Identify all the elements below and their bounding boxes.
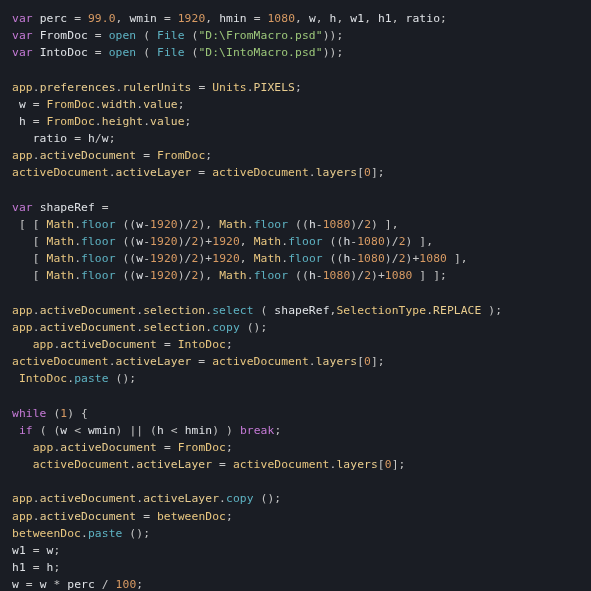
keyword-var: var: [12, 12, 33, 25]
code-block: var perc = 99.0, wmin = 1920, hmin = 108…: [0, 0, 591, 591]
